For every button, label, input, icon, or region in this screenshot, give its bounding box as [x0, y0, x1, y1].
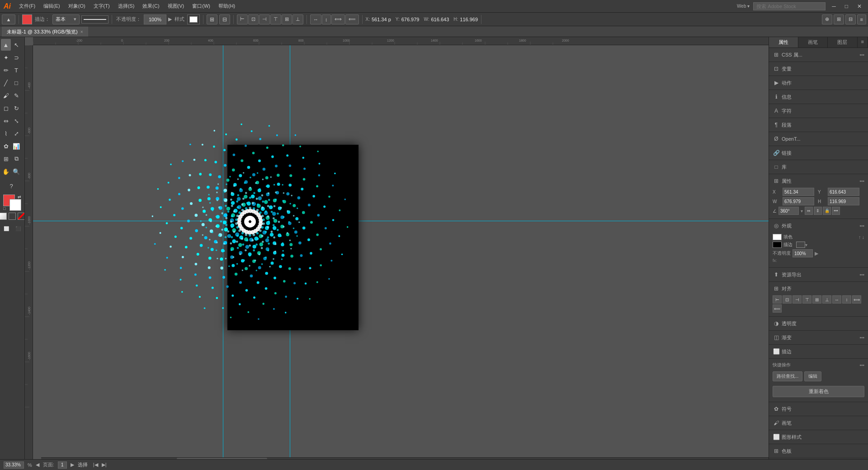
edit-btn[interactable]: 编辑	[804, 371, 821, 381]
tab-properties[interactable]: 属性	[769, 37, 798, 47]
dist-3-btn[interactable]: ⟺	[852, 295, 861, 304]
gradient-section-header[interactable]: ◫ 渐变 •••	[769, 332, 868, 342]
line-tool[interactable]: ╱	[1, 77, 11, 89]
dist-h[interactable]: ↔	[310, 14, 321, 24]
export-more[interactable]: •••	[859, 272, 864, 277]
symbol-section-header[interactable]: ✿ 符号	[769, 404, 868, 414]
minimize-button[interactable]: ─	[829, 3, 839, 9]
menu-type[interactable]: 文字(T)	[90, 2, 113, 10]
properties-more[interactable]: •••	[859, 179, 864, 184]
extra-tool-1[interactable]: ⊕	[822, 14, 832, 24]
screen-mode-normal[interactable]: ⬜	[1, 223, 12, 234]
nav-prev[interactable]: ◀	[36, 462, 39, 468]
opacity-prop-input[interactable]	[793, 249, 813, 257]
align-bottom-btn[interactable]: ⊥	[822, 295, 831, 304]
character-section-header[interactable]: A 字符	[769, 106, 868, 116]
align-center-v-btn[interactable]: ⊞	[812, 295, 821, 304]
maximize-button[interactable]: □	[842, 3, 851, 9]
menu-file[interactable]: 文件(F)	[15, 2, 39, 10]
color-mode-none[interactable]	[18, 213, 25, 220]
tab-close-button[interactable]: ×	[80, 29, 83, 34]
actions-section-header[interactable]: ▶ 动作	[769, 78, 868, 88]
y-input[interactable]	[828, 188, 859, 196]
menu-effect[interactable]: 效果(C)	[139, 2, 163, 10]
stroke-width-input[interactable]: ▾	[52, 14, 80, 24]
dist-3[interactable]: ⟸	[345, 14, 359, 24]
more-transform-btn[interactable]: •••	[832, 207, 840, 215]
pencil-tool[interactable]: ✎	[11, 90, 21, 101]
lasso-tool[interactable]: ⊃	[11, 52, 21, 63]
swap-colors-button[interactable]: ⇄	[18, 195, 21, 199]
style-swatch[interactable]	[187, 14, 200, 24]
rotate-tool[interactable]: ↻	[11, 102, 21, 114]
transparency-section-header[interactable]: ◑ 透明度	[769, 318, 868, 328]
transform-grid-tool[interactable]: ⊟	[219, 14, 230, 24]
color-mode-stroke[interactable]	[9, 213, 16, 220]
align-center-v[interactable]: ⊞	[282, 14, 292, 24]
swatches-section-header[interactable]: ⊞ 色板	[769, 446, 868, 456]
stroke-width-value[interactable]	[56, 17, 74, 22]
align-center-h-btn[interactable]: ⊡	[783, 295, 792, 304]
w-input[interactable]	[783, 197, 814, 205]
eraser-tool[interactable]: ◻	[1, 102, 11, 114]
tool-mode-select[interactable]: ▲	[2, 14, 15, 24]
h-input[interactable]	[828, 197, 859, 205]
fill-down-icon[interactable]: ↓	[862, 234, 865, 240]
tab-layers[interactable]: 图层	[828, 37, 857, 47]
active-tab[interactable]: 未标题-1 @ 33.33% (RGB/预览) ×	[2, 27, 88, 37]
flip-h-btn[interactable]: ⇔	[805, 207, 813, 215]
menu-window[interactable]: 窗口(W)	[189, 2, 214, 10]
align-bottom[interactable]: ⊥	[292, 14, 303, 24]
dist-v-btn[interactable]: ↕	[842, 295, 851, 304]
opacity-arrow[interactable]: ▶	[168, 16, 172, 22]
links-section-header[interactable]: 🔗 链接	[769, 148, 868, 158]
gradient-more[interactable]: •••	[859, 335, 864, 340]
help-tool[interactable]: ?	[1, 180, 22, 192]
nav-next[interactable]: ▶	[71, 462, 74, 468]
nav-first[interactable]: |◀	[93, 462, 98, 468]
extra-tool-2[interactable]: ⊞	[834, 14, 844, 24]
align-left[interactable]: ⊢	[237, 14, 248, 24]
selection-tool[interactable]: ▲	[1, 39, 11, 51]
hand-tool[interactable]: ✋	[1, 166, 11, 177]
opacity-input[interactable]	[144, 14, 166, 24]
menu-view[interactable]: 视图(V)	[164, 2, 188, 10]
pen-tool[interactable]: ✏	[1, 64, 11, 76]
type-tool[interactable]: T	[11, 64, 21, 76]
stroke-color-swatch[interactable]	[22, 14, 32, 24]
screen-mode-full[interactable]: ⬛	[13, 223, 24, 234]
extra-tool-4[interactable]: ≡	[857, 14, 866, 24]
properties-section-header[interactable]: ⊞ 属性 •••	[769, 176, 868, 186]
shape-tool[interactable]: □	[11, 77, 21, 89]
align-top-btn[interactable]: ⊤	[802, 295, 811, 304]
recolor-btn[interactable]: 重新着色	[773, 386, 864, 397]
css-section-header[interactable]: ⊞ CSS 属... •••	[769, 50, 868, 60]
close-button[interactable]: ✕	[854, 3, 864, 9]
stroke-dropdown-icon[interactable]: ▾	[74, 16, 76, 22]
pathfinder-section-header[interactable]: 快捷操作 •••	[769, 361, 868, 370]
x-input[interactable]	[783, 188, 814, 196]
search-input[interactable]	[753, 2, 826, 10]
angle-dropdown[interactable]: ▾	[801, 209, 803, 214]
zoom-tool[interactable]: 🔍	[11, 166, 21, 177]
angle-input[interactable]	[778, 207, 799, 215]
pathfinder-btn[interactable]: 路径查找...	[773, 371, 802, 381]
constrain-btn[interactable]: 🔒	[823, 207, 831, 215]
info-section-header[interactable]: ℹ 信息	[769, 92, 868, 102]
paintbrush-tool[interactable]: 🖌	[1, 90, 11, 101]
dist-v[interactable]: ↕	[322, 14, 331, 24]
dist-h-btn[interactable]: ↔	[832, 295, 841, 304]
dist-4-btn[interactable]: ⟸	[773, 304, 782, 313]
warp-tool[interactable]: ⌇	[1, 128, 11, 139]
background-color[interactable]	[9, 199, 21, 211]
stroke-style-preview[interactable]	[81, 15, 108, 24]
mirror-tool[interactable]: ⇔	[1, 115, 11, 127]
align-right[interactable]: ⊣	[259, 14, 270, 24]
slice-tool[interactable]: ⧉	[11, 153, 21, 165]
library-section-header[interactable]: □ 库	[769, 162, 868, 172]
menu-object[interactable]: 对象(O)	[65, 2, 89, 10]
stroke-color-dropdown[interactable]: ▾	[805, 242, 807, 247]
color-mode-fill[interactable]	[0, 213, 7, 220]
variables-section-header[interactable]: ⊡ 变量	[769, 64, 868, 74]
fill-swatch[interactable]	[773, 234, 782, 240]
